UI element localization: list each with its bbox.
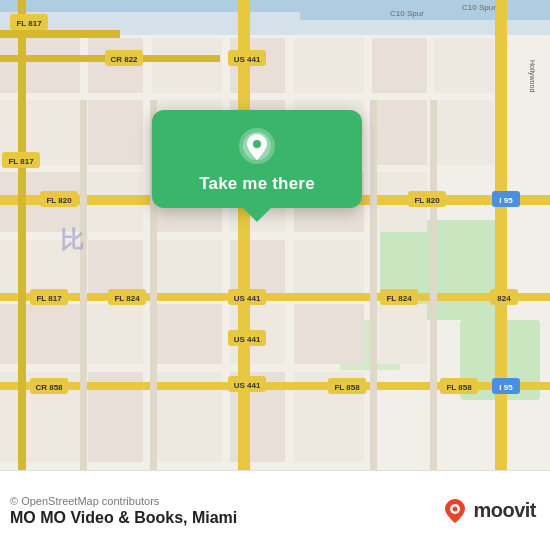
svg-point-99 bbox=[253, 140, 261, 148]
map-container: FL 817 CR 822 US 441 C10 Spur C10 Spur F… bbox=[0, 0, 550, 470]
svg-rect-3 bbox=[300, 12, 550, 20]
svg-rect-28 bbox=[88, 240, 143, 295]
svg-text:FL 820: FL 820 bbox=[414, 196, 440, 205]
svg-text:FL 858: FL 858 bbox=[334, 383, 360, 392]
moovit-logo: moovit bbox=[441, 497, 536, 525]
svg-text:US 441: US 441 bbox=[234, 335, 261, 344]
svg-rect-12 bbox=[372, 38, 427, 93]
svg-rect-19 bbox=[372, 100, 427, 165]
svg-rect-50 bbox=[495, 0, 507, 470]
svg-text:比: 比 bbox=[60, 226, 84, 253]
svg-rect-15 bbox=[88, 100, 143, 165]
svg-text:Hollywood: Hollywood bbox=[528, 60, 536, 92]
location-pin-icon bbox=[237, 126, 277, 166]
svg-text:C10 Spur: C10 Spur bbox=[462, 3, 496, 12]
map-attribution: © OpenStreetMap contributors bbox=[10, 495, 237, 507]
take-me-there-label: Take me there bbox=[199, 174, 315, 194]
svg-text:FL 824: FL 824 bbox=[114, 294, 140, 303]
bottom-left-info: © OpenStreetMap contributors MO MO Video… bbox=[10, 495, 237, 527]
svg-rect-7 bbox=[0, 38, 80, 93]
svg-text:I 95: I 95 bbox=[499, 196, 513, 205]
svg-text:US 441: US 441 bbox=[234, 55, 261, 64]
moovit-pin-icon bbox=[441, 497, 469, 525]
svg-text:FL 817: FL 817 bbox=[16, 19, 42, 28]
svg-rect-36 bbox=[294, 304, 364, 364]
svg-text:US 441: US 441 bbox=[234, 381, 261, 390]
svg-text:I 95: I 95 bbox=[499, 383, 513, 392]
svg-rect-20 bbox=[434, 100, 494, 165]
place-name: MO MO Video & Books, Miami bbox=[10, 509, 237, 527]
svg-text:FL 817: FL 817 bbox=[8, 157, 34, 166]
svg-text:FL 817: FL 817 bbox=[36, 294, 62, 303]
svg-rect-51 bbox=[80, 100, 87, 470]
moovit-text: moovit bbox=[473, 499, 536, 522]
svg-point-101 bbox=[453, 506, 458, 511]
svg-rect-29 bbox=[152, 240, 222, 295]
bottom-bar: © OpenStreetMap contributors MO MO Video… bbox=[0, 470, 550, 550]
svg-rect-48 bbox=[238, 0, 250, 470]
svg-text:CR 822: CR 822 bbox=[110, 55, 138, 64]
svg-rect-13 bbox=[434, 38, 494, 93]
svg-rect-31 bbox=[294, 240, 364, 295]
svg-rect-37 bbox=[372, 304, 427, 364]
svg-text:FL 858: FL 858 bbox=[446, 383, 472, 392]
svg-rect-34 bbox=[152, 304, 222, 364]
svg-rect-32 bbox=[0, 304, 80, 364]
svg-rect-49 bbox=[18, 0, 26, 470]
svg-text:FL 824: FL 824 bbox=[386, 294, 412, 303]
svg-rect-9 bbox=[152, 38, 222, 93]
popup-card[interactable]: Take me there bbox=[152, 110, 362, 208]
svg-text:US 441: US 441 bbox=[234, 294, 261, 303]
svg-rect-54 bbox=[430, 100, 437, 470]
svg-text:C10 Spur: C10 Spur bbox=[390, 9, 424, 18]
svg-text:FL 820: FL 820 bbox=[46, 196, 72, 205]
svg-text:CR 858: CR 858 bbox=[35, 383, 63, 392]
svg-rect-11 bbox=[294, 38, 364, 93]
svg-text:824: 824 bbox=[497, 294, 511, 303]
svg-rect-53 bbox=[370, 100, 377, 470]
svg-rect-33 bbox=[88, 304, 143, 364]
map-svg: FL 817 CR 822 US 441 C10 Spur C10 Spur F… bbox=[0, 0, 550, 470]
